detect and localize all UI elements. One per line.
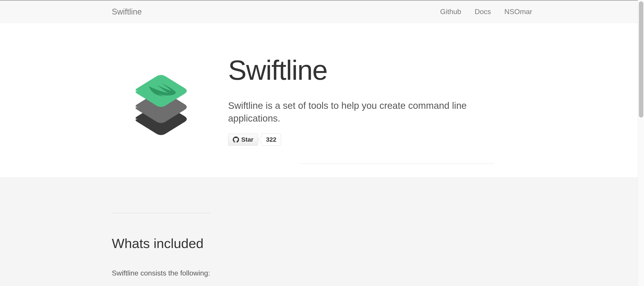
- github-icon: [233, 137, 239, 143]
- hero-subtitle: Swiftline is a set of tools to help you …: [228, 99, 519, 125]
- hero-text: Swiftline Swiftline is a set of tools to…: [228, 50, 532, 164]
- swift-logo-icon: [121, 59, 201, 139]
- whats-top-rule: [112, 213, 210, 213]
- brand-link[interactable]: Swiftline: [112, 7, 142, 16]
- nav-link-github[interactable]: Github: [440, 7, 461, 16]
- hero-inner: Swiftline Swiftline is a set of tools to…: [98, 50, 546, 164]
- github-star-label: Star: [241, 136, 253, 143]
- hero-section: Swiftline Swiftline is a set of tools to…: [0, 23, 644, 177]
- navbar: Swiftline Github Docs NSOmar: [0, 1, 644, 23]
- nav-link-docs[interactable]: Docs: [475, 7, 491, 16]
- whats-inner: Whats included Swiftline consists the fo…: [98, 213, 546, 277]
- whats-included-intro: Swiftline consists the following:: [112, 269, 532, 277]
- scrollbar-thumb[interactable]: [639, 1, 643, 118]
- scrollbar-track[interactable]: [638, 0, 644, 286]
- hero-title: Swiftline: [228, 54, 532, 86]
- whats-included-heading: Whats included: [112, 236, 532, 251]
- whats-included-section: Whats included Swiftline consists the fo…: [0, 177, 644, 286]
- github-star-button[interactable]: Star: [228, 134, 258, 146]
- github-star-count[interactable]: 322: [261, 134, 281, 146]
- hero-divider: [300, 164, 494, 164]
- github-star-row: Star 322: [228, 134, 532, 146]
- logo-wrap: [112, 50, 201, 139]
- nav-right: Github Docs NSOmar: [440, 7, 532, 16]
- nav-link-nsomar[interactable]: NSOmar: [504, 7, 532, 16]
- navbar-inner: Swiftline Github Docs NSOmar: [98, 1, 546, 23]
